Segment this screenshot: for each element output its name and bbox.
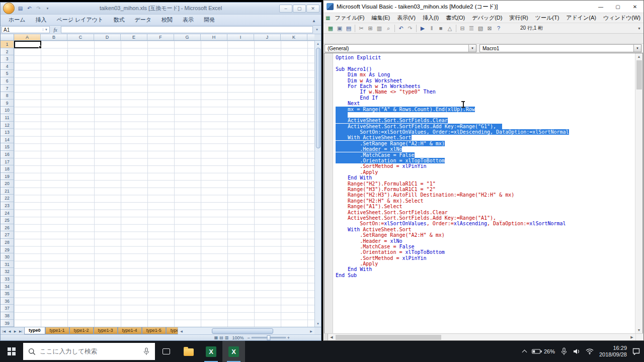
- scroll-right-icon[interactable]: ▶: [628, 335, 635, 339]
- scroll-thumb[interactable]: [336, 335, 441, 340]
- column-header-B[interactable]: B: [41, 34, 67, 40]
- excel-vbe-app-button[interactable]: X: [222, 341, 245, 362]
- scroll-left-icon[interactable]: ◀: [328, 335, 335, 339]
- row-header-12[interactable]: 12: [1, 122, 14, 129]
- name-box[interactable]: A1 ▼: [2, 26, 50, 33]
- design-mode-icon[interactable]: △: [445, 24, 454, 33]
- scroll-track[interactable]: [185, 328, 307, 334]
- column-header-C[interactable]: C: [67, 34, 94, 40]
- row-header-37[interactable]: 37: [1, 305, 14, 312]
- row-header-32[interactable]: 32: [1, 268, 14, 276]
- column-header-A[interactable]: A: [14, 34, 41, 40]
- sheet-grid[interactable]: [14, 41, 314, 327]
- zoom-out-icon[interactable]: −: [247, 335, 250, 340]
- sheet-tab-type1-5[interactable]: type1-5: [142, 327, 166, 334]
- column-header-H[interactable]: H: [201, 34, 227, 40]
- row-header-14[interactable]: 14: [1, 136, 14, 144]
- toolbox-icon[interactable]: ⊠: [485, 24, 494, 33]
- reset-icon[interactable]: ■: [436, 24, 445, 33]
- zoom-knob[interactable]: [267, 335, 270, 340]
- column-header-F[interactable]: F: [147, 34, 174, 40]
- row-header-4[interactable]: 4: [1, 63, 14, 70]
- cut-icon[interactable]: ✂: [357, 24, 366, 33]
- find-icon[interactable]: ⌕: [384, 24, 393, 33]
- ribbon-tab-6[interactable]: 校閲: [156, 15, 178, 25]
- taskbar-search[interactable]: ここに入力して検索: [23, 343, 155, 360]
- excel-vertical-scrollbar[interactable]: ▲ ▼: [314, 41, 321, 327]
- row-header-13[interactable]: 13: [1, 129, 14, 136]
- ribbon-tab-7[interactable]: 表示: [178, 15, 199, 25]
- row-header-3[interactable]: 3: [1, 55, 14, 63]
- qat-dropdown-icon[interactable]: ▼: [44, 7, 51, 10]
- row-header-16[interactable]: 16: [1, 151, 14, 158]
- project-explorer-icon[interactable]: ⊟: [458, 24, 467, 33]
- row-header-6[interactable]: 6: [1, 77, 14, 85]
- next-sheet-icon[interactable]: ▶: [13, 329, 18, 333]
- undo-icon[interactable]: ↶: [26, 6, 33, 11]
- file-explorer-button[interactable]: [177, 341, 200, 362]
- row-header-17[interactable]: 17: [1, 158, 14, 166]
- vbe-menu-6[interactable]: デバッグ(D): [468, 13, 506, 23]
- vbe-menu-5[interactable]: 書式(O): [442, 13, 468, 23]
- ribbon-tab-3[interactable]: ページ レイアウト: [52, 15, 109, 25]
- code-vertical-scrollbar[interactable]: ▲ ▼: [635, 53, 642, 333]
- row-header-33[interactable]: 33: [1, 276, 14, 283]
- row-header-2[interactable]: 2: [1, 48, 14, 56]
- paste-icon[interactable]: ▥: [375, 24, 384, 33]
- action-center-icon[interactable]: [632, 348, 640, 355]
- vbe-menu-7[interactable]: 実行(R): [506, 13, 531, 23]
- row-header-39[interactable]: 39: [1, 320, 14, 327]
- vbe-menu-2[interactable]: 編集(E): [368, 13, 394, 23]
- vbe-menu-9[interactable]: アドイン(A): [562, 13, 600, 23]
- break-icon[interactable]: ‖: [427, 24, 436, 33]
- redo-icon[interactable]: ↷: [406, 24, 415, 33]
- row-header-9[interactable]: 9: [1, 100, 14, 107]
- row-header-26[interactable]: 26: [1, 224, 14, 232]
- network-icon[interactable]: [586, 348, 594, 354]
- insert-userform-icon[interactable]: ▣: [335, 24, 344, 33]
- object-dropdown[interactable]: (General) ▼: [325, 44, 476, 52]
- sheet-tab-type1-2[interactable]: type1-2: [69, 327, 94, 334]
- first-sheet-icon[interactable]: |◀: [2, 329, 7, 333]
- scroll-up-icon[interactable]: ▲: [316, 41, 319, 47]
- scroll-thumb[interactable]: [212, 328, 273, 334]
- column-header-K[interactable]: K: [281, 34, 307, 40]
- row-header-38[interactable]: 38: [1, 312, 14, 320]
- maximize-button[interactable]: ▢: [609, 1, 626, 13]
- previous-sheet-icon[interactable]: ◀: [7, 329, 12, 333]
- excel-horizontal-scrollbar[interactable]: ◀ ▶: [178, 327, 314, 334]
- row-header-20[interactable]: 20: [1, 180, 14, 188]
- row-header-5[interactable]: 5: [1, 70, 14, 77]
- column-header-E[interactable]: E: [121, 34, 147, 40]
- row-header-7[interactable]: 7: [1, 85, 14, 93]
- maximize-button[interactable]: ▢: [293, 5, 306, 13]
- view-excel-icon[interactable]: ▦: [326, 24, 335, 33]
- chevron-down-icon[interactable]: ▼: [468, 45, 476, 52]
- row-header-24[interactable]: 24: [1, 210, 14, 217]
- row-header-28[interactable]: 28: [1, 239, 14, 246]
- office-button[interactable]: [3, 3, 15, 14]
- close-button[interactable]: ✕: [306, 5, 319, 13]
- column-header-G[interactable]: G: [174, 34, 201, 40]
- volume-icon[interactable]: [573, 348, 580, 354]
- vbe-menu-10[interactable]: ウィンドウ(W): [600, 13, 644, 23]
- redo-icon[interactable]: ↷: [35, 6, 42, 11]
- zoom-track[interactable]: [252, 337, 286, 338]
- task-view-button[interactable]: [155, 341, 177, 362]
- help-icon[interactable]: ?: [494, 24, 503, 33]
- insert-function-icon[interactable]: fx: [51, 27, 60, 33]
- row-header-22[interactable]: 22: [1, 195, 14, 202]
- ribbon-tab-1[interactable]: ホーム: [4, 15, 31, 25]
- last-sheet-icon[interactable]: ▶|: [18, 329, 23, 333]
- vbe-menu-1[interactable]: ファイル(F): [331, 13, 368, 23]
- row-header-15[interactable]: 15: [1, 143, 14, 151]
- row-header-35[interactable]: 35: [1, 290, 14, 298]
- row-header-25[interactable]: 25: [1, 217, 14, 224]
- code-horizontal-scrollbar[interactable]: ◀ ▶: [324, 333, 643, 340]
- vbe-menu-3[interactable]: 表示(V): [393, 13, 419, 23]
- tray-microphone-icon[interactable]: [560, 347, 568, 355]
- row-header-36[interactable]: 36: [1, 298, 14, 305]
- ribbon-tab-8[interactable]: 開発: [199, 15, 220, 25]
- scroll-down-icon[interactable]: ▼: [637, 327, 641, 333]
- excel-app-button[interactable]: X: [200, 341, 222, 362]
